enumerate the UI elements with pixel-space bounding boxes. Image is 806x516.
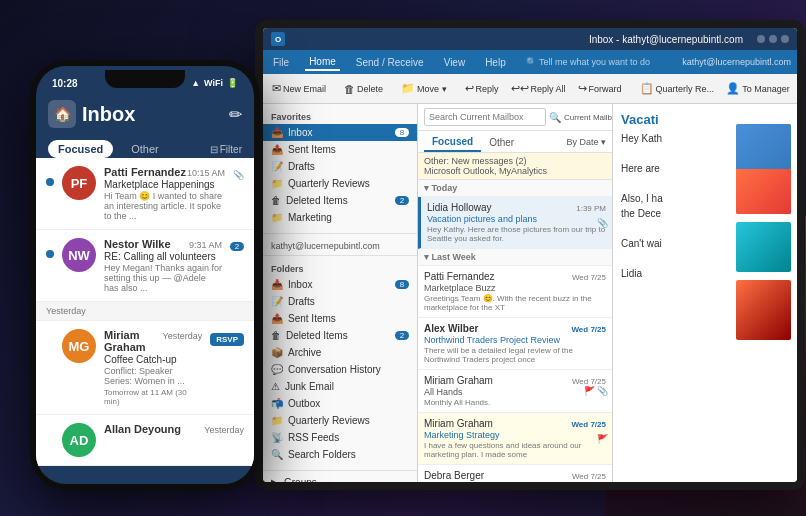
- to-manager-button[interactable]: 👤 To Manager: [721, 80, 795, 97]
- phone-focused-tab[interactable]: Focused: [48, 140, 113, 158]
- move-button[interactable]: 📁 Move ▾: [396, 80, 452, 97]
- phone-header-top: 🏠 Inbox ✏: [48, 100, 242, 128]
- miriam2-icons: 🚩: [597, 434, 608, 444]
- minimize-btn[interactable]: [757, 35, 765, 43]
- sidebar-item-sent[interactable]: 📤 Sent Items: [263, 141, 417, 158]
- phone-filter-button[interactable]: ⊟ Filter: [210, 144, 242, 155]
- sidebar-item-inbox-fav[interactable]: 📥 Inbox 8: [263, 124, 417, 141]
- ribbon-tab-file[interactable]: File: [269, 55, 293, 70]
- move-icon: 📁: [401, 82, 415, 95]
- search-input[interactable]: [424, 108, 546, 126]
- sidebar-item-search-folders[interactable]: 🔍 Search Folders: [263, 446, 417, 463]
- sidebar-item-deleted[interactable]: 🗑 Deleted Items 2: [263, 192, 417, 209]
- phone-email-content-nestor: Nestor Wilke 9:31 AM RE: Calling all vol…: [104, 238, 222, 293]
- phone-header: 🏠 Inbox ✏: [36, 96, 254, 136]
- rsvp-button[interactable]: RSVP: [210, 333, 244, 346]
- outbox-icon: 📬: [271, 398, 283, 409]
- ribbon-tab-sendreceive[interactable]: Send / Receive: [352, 55, 428, 70]
- sidebar-marketing-label: Marketing: [288, 212, 332, 223]
- sender-patti: Patti Fernandez: [424, 271, 495, 282]
- sidebar-item-junk[interactable]: ⚠ Junk Email: [263, 378, 417, 395]
- focused-tab[interactable]: Focused: [424, 131, 481, 152]
- unread-dot-nestor: [46, 250, 54, 258]
- email-time-patti: Wed 7/25: [572, 273, 606, 282]
- quarterly-folder2-icon: 📁: [271, 415, 283, 426]
- battery-icon: 🔋: [227, 78, 238, 88]
- email-item-alex-top: Alex Wilber Wed 7/25: [424, 323, 606, 334]
- unread-spacer-allan: [46, 435, 54, 443]
- email-subject-alex: Northwind Traders Project Review: [424, 335, 606, 345]
- sidebar-item-sent-folder[interactable]: 📤 Sent Items: [263, 310, 417, 327]
- maximize-btn[interactable]: [769, 35, 777, 43]
- quarterly-button[interactable]: 📋 Quarterly Re...: [635, 80, 720, 97]
- avatar-miriam: MG: [62, 329, 96, 363]
- groups-icon: ▶: [271, 477, 279, 482]
- phone-tabs: Focused Other ⊟ Filter: [36, 136, 254, 158]
- reply-all-button[interactable]: ↩↩ Reply All: [506, 80, 571, 97]
- sidebar-deleted-label: Deleted Items: [286, 195, 348, 206]
- sidebar-item-groups[interactable]: ▶ Groups: [263, 474, 417, 482]
- phone-time: 10:28: [52, 78, 78, 89]
- forward-button[interactable]: ↪ Forward: [573, 80, 627, 97]
- flag-icon-miriam1: 🚩: [584, 386, 595, 396]
- sidebar-item-archive[interactable]: 📦 Archive: [263, 344, 417, 361]
- sidebar-item-rss[interactable]: 📡 RSS Feeds: [263, 429, 417, 446]
- phone-compose-button[interactable]: ✏: [229, 105, 242, 124]
- filter-icon: ⊟: [210, 144, 218, 155]
- delete-button[interactable]: 🗑 Delete: [339, 81, 388, 97]
- ribbon-tab-help[interactable]: Help: [481, 55, 510, 70]
- email-item-patti[interactable]: Patti Fernandez Wed 7/25 Marketplace Buz…: [418, 266, 612, 318]
- sidebar-item-conversation[interactable]: 💬 Conversation History: [263, 361, 417, 378]
- sidebar-item-drafts-folder[interactable]: 📝 Drafts: [263, 293, 417, 310]
- tablet: O Inbox - kathyt@lucernepubintl.com File…: [255, 20, 805, 490]
- current-mailbox-label[interactable]: Current Mailbox ▾: [564, 113, 613, 122]
- new-email-button[interactable]: ✉ New Email: [267, 80, 331, 97]
- close-btn[interactable]: [781, 35, 789, 43]
- reply-all-label: Reply All: [531, 84, 566, 94]
- delete-label: Delete: [357, 84, 383, 94]
- sender-miriam2: Miriam Graham: [424, 418, 493, 429]
- sidebar-item-quarterly-folder[interactable]: 📁 Quarterly Reviews: [263, 412, 417, 429]
- sidebar: Favorites 📥 Inbox 8 📤 Sent Items 📝 Draft…: [263, 104, 418, 482]
- move-label: Move ▾: [417, 84, 447, 94]
- deleted-folder-badge: 2: [395, 331, 409, 340]
- email-item-alex[interactable]: Alex Wilber Wed 7/25 Northwind Traders P…: [418, 318, 612, 370]
- email-item-miriam2[interactable]: Miriam Graham Wed 7/25 Marketing Strateg…: [418, 413, 612, 465]
- filter-label: Filter: [220, 144, 242, 155]
- phone-email-allan[interactable]: AD Allan Deyoung Yesterday: [36, 415, 254, 466]
- phone-time-patti: 10:15 AM: [187, 168, 225, 178]
- other-tab[interactable]: Other: [481, 132, 522, 151]
- sender-debra: Debra Berger: [424, 470, 484, 481]
- sidebar-item-quarterly[interactable]: 📁 Quarterly Reviews: [263, 175, 417, 192]
- inbox-icon: 📥: [271, 127, 283, 138]
- phone-time-miriam: Yesterday: [163, 331, 203, 341]
- phone-time-allan: Yesterday: [204, 425, 244, 435]
- phone-email-miriam[interactable]: MG Miriam Graham Yesterday Coffee Catch-…: [36, 321, 254, 415]
- phone-email-patti[interactable]: PF Patti Fernandez 10:15 AM Marketplace …: [36, 158, 254, 230]
- sidebar-item-inbox-folder[interactable]: 📥 Inbox 8: [263, 276, 417, 293]
- phone-email-nestor[interactable]: NW Nestor Wilke 9:31 AM RE: Calling all …: [36, 230, 254, 302]
- email-item-miriam1[interactable]: Miriam Graham Wed 7/25 All Hands Monthly…: [418, 370, 612, 413]
- quarterly-icon: 📋: [640, 82, 654, 95]
- email-item-debra[interactable]: Debra Berger Wed 7/25 Time off I just ta…: [418, 465, 612, 482]
- email-preview-miriam1: Monthly All Hands.: [424, 398, 606, 407]
- phone-other-tab[interactable]: Other: [121, 140, 169, 158]
- email-time-miriam2: Wed 7/25: [571, 420, 606, 429]
- email-subject-miriam2: Marketing Strategy: [424, 430, 606, 440]
- sidebar-junk-label: Junk Email: [285, 381, 334, 392]
- sidebar-item-drafts[interactable]: 📝 Drafts: [263, 158, 417, 175]
- reply-button[interactable]: ↩ Reply: [460, 80, 504, 97]
- sidebar-sent-label: Sent Items: [288, 144, 336, 155]
- sidebar-drafts-folder-label: Drafts: [288, 296, 315, 307]
- attachment-icon-miriam1: 📎: [597, 386, 608, 396]
- sidebar-item-marketing[interactable]: 📁 Marketing: [263, 209, 417, 226]
- ribbon-tab-view[interactable]: View: [440, 55, 470, 70]
- sort-label[interactable]: By Date ▾: [566, 137, 606, 147]
- ribbon-tell[interactable]: 🔍 Tell me what you want to do: [526, 57, 650, 67]
- sidebar-item-deleted-folder[interactable]: 🗑 Deleted Items 2: [263, 327, 417, 344]
- reply-label: Reply: [476, 84, 499, 94]
- sidebar-item-outbox[interactable]: 📬 Outbox: [263, 395, 417, 412]
- email-item-lidia[interactable]: Lidia Holloway 1:39 PM Vacation pictures…: [418, 197, 612, 249]
- email-item-top: Lidia Holloway 1:39 PM: [427, 202, 606, 213]
- ribbon-tab-home[interactable]: Home: [305, 54, 340, 71]
